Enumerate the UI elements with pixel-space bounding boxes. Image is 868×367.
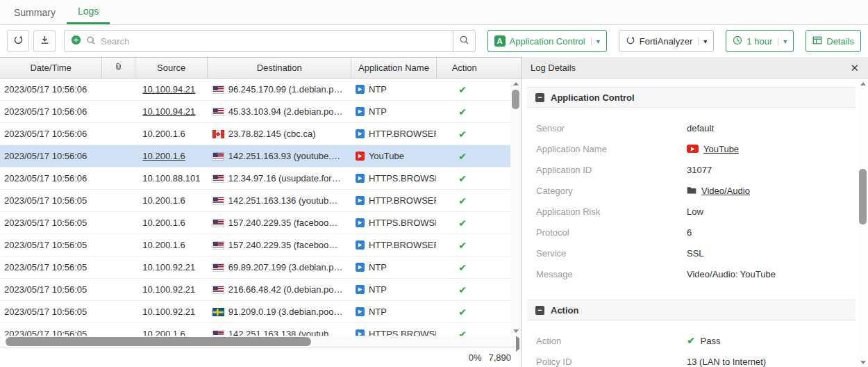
cell-datetime: 2023/05/17 10:56:05 — [0, 256, 102, 278]
main-content: Date/Time Source Destination Application… — [0, 57, 868, 367]
cell-action: ✔ — [436, 168, 521, 189]
collapse-icon[interactable]: − — [535, 93, 544, 102]
table-row[interactable]: 2023/05/17 10:56:05 10.200.1.6 142.251.1… — [0, 190, 521, 212]
cell-application: HTTPS.BROWSER — [351, 212, 436, 234]
close-icon[interactable]: ✕ — [850, 63, 859, 73]
column-header-application[interactable]: Application Name — [351, 58, 436, 78]
application-name: HTTPS.BROWSER — [369, 329, 436, 336]
field-value: 31077 — [687, 165, 712, 175]
log-source-dropdown[interactable]: FortiAnalyzer ▾ — [619, 30, 715, 52]
cell-source: 10.200.1.6 — [135, 190, 208, 211]
scrollbar-thumb[interactable] — [6, 337, 311, 346]
paperclip-icon — [114, 62, 123, 74]
scroll-down-arrow[interactable] — [858, 357, 868, 367]
detail-field: Application Name YouTube — [536, 138, 868, 159]
scroll-down-arrow[interactable] — [510, 326, 521, 336]
search-submit-button[interactable] — [453, 30, 476, 52]
table-row[interactable]: 2023/05/17 10:56:05 10.100.92.21 91.209.… — [0, 301, 521, 323]
column-header-datetime[interactable]: Date/Time — [0, 58, 102, 78]
cell-source: 10.200.1.6 — [135, 234, 208, 256]
source-ip: 10.100.92.21 — [142, 307, 195, 317]
application-name: NTP — [369, 284, 387, 295]
cell-source: 10.200.1.6 — [135, 212, 208, 234]
column-header-action[interactable]: Action — [437, 58, 521, 78]
cell-action: ✔ — [436, 145, 521, 167]
download-button[interactable] — [33, 30, 56, 52]
cell-action: ✔ — [436, 123, 521, 145]
column-header-destination[interactable]: Destination — [208, 58, 351, 78]
cell-application: HTTP.BROWSER — [351, 123, 436, 145]
destination-host: 96.245.170.99 (1.debian.p… — [228, 84, 343, 95]
scrollbar-thumb[interactable] — [859, 169, 867, 225]
detail-field: Category Video/Audio — [536, 180, 868, 201]
application-icon — [356, 263, 365, 272]
field-label: Category — [536, 186, 687, 196]
application-name: NTP — [369, 307, 387, 317]
application-icon — [356, 240, 365, 250]
table-row[interactable]: 2023/05/17 10:56:05 10.200.1.6 142.251.1… — [0, 323, 521, 336]
scroll-right-arrow[interactable] — [516, 339, 519, 349]
time-range-dropdown[interactable]: 1 hour ▾ — [726, 30, 794, 52]
table-row[interactable]: 2023/05/17 10:56:06 10.100.94.21 45.33.1… — [0, 101, 521, 123]
horizontal-scrollbar[interactable] — [0, 336, 521, 348]
field-label: Action — [536, 336, 687, 346]
table-vertical-scrollbar[interactable] — [510, 79, 521, 336]
collapse-icon[interactable]: − — [535, 306, 544, 315]
table-row[interactable]: 2023/05/17 10:56:05 10.100.92.21 216.66.… — [0, 279, 521, 301]
cell-destination: 157.240.229.35 (faceboo… — [208, 234, 351, 256]
application-icon — [356, 174, 365, 183]
scroll-up-arrow[interactable] — [858, 79, 868, 88]
section-header[interactable]: − Action — [527, 300, 856, 320]
field-value: ✔Pass — [687, 334, 720, 347]
flag-us-icon — [212, 263, 224, 272]
details-toggle-button[interactable]: Details — [806, 30, 861, 52]
field-label: Protocol — [536, 227, 687, 238]
cell-application: HTTPS.BROWSER — [351, 168, 436, 189]
table-row[interactable]: 2023/05/17 10:56:06 10.200.1.6 23.78.82.… — [0, 123, 521, 145]
scroll-up-arrow[interactable] — [510, 79, 521, 88]
table-row[interactable]: 2023/05/17 10:56:06 10.100.94.21 96.245.… — [0, 79, 521, 101]
table-row[interactable]: 2023/05/17 10:56:05 10.200.1.6 157.240.2… — [0, 234, 521, 256]
add-filter-icon[interactable] — [71, 35, 81, 47]
application-name: YouTube — [369, 151, 404, 161]
field-label: Service — [536, 248, 687, 259]
column-header-source[interactable]: Source — [135, 58, 208, 78]
youtube-icon — [356, 152, 365, 161]
cell-application: NTP — [351, 279, 436, 300]
flag-us-icon — [212, 152, 224, 161]
application-control-dropdown[interactable]: A Application Control ▾ — [487, 30, 607, 52]
tab-logs[interactable]: Logs — [67, 0, 110, 24]
scrollbar-thumb[interactable] — [512, 90, 519, 109]
table-row[interactable]: 2023/05/17 10:56:06 10.200.1.6 142.251.1… — [0, 145, 521, 168]
search-box[interactable] — [64, 30, 453, 52]
application-name: HTTPS.BROWSER — [369, 218, 436, 228]
table-row[interactable]: 2023/05/17 10:56:05 10.100.92.21 69.89.2… — [0, 256, 521, 279]
download-icon — [40, 35, 50, 47]
source-ip[interactable]: 10.100.94.21 — [142, 106, 195, 117]
field-value[interactable]: YouTube — [687, 144, 739, 154]
application-icon — [356, 107, 365, 116]
search-input[interactable] — [101, 36, 446, 47]
detail-field: Policy ID 13 (LAN to Internet) — [536, 351, 868, 367]
cell-datetime: 2023/05/17 10:56:05 — [0, 212, 102, 234]
section-header[interactable]: − Application Control — [527, 87, 856, 108]
column-header-attachment[interactable] — [102, 58, 135, 78]
application-icon — [356, 129, 365, 138]
log-source-label: FortiAnalyzer — [640, 36, 693, 47]
field-value[interactable]: Video/Audio — [687, 186, 750, 196]
source-ip[interactable]: 10.100.94.21 — [142, 84, 195, 95]
application-name: HTTP.BROWSER — [369, 195, 436, 206]
table-row[interactable]: 2023/05/17 10:56:06 10.100.88.101 12.34.… — [0, 168, 521, 190]
tab-summary[interactable]: Summary — [3, 0, 67, 24]
cell-datetime: 2023/05/17 10:56:06 — [0, 123, 102, 145]
panel-vertical-scrollbar[interactable] — [858, 79, 868, 367]
cell-datetime: 2023/05/17 10:56:05 — [0, 323, 102, 336]
details-label: Details — [826, 36, 854, 47]
application-name: HTTPS.BROWSER — [369, 173, 436, 184]
log-details-body: − Application Control Sensor default App… — [521, 79, 868, 367]
cell-attachment — [102, 256, 135, 278]
source-ip[interactable]: 10.200.1.6 — [142, 151, 185, 161]
table-row[interactable]: 2023/05/17 10:56:05 10.200.1.6 157.240.2… — [0, 212, 521, 234]
refresh-button[interactable] — [7, 30, 29, 52]
application-icon — [356, 307, 365, 316]
